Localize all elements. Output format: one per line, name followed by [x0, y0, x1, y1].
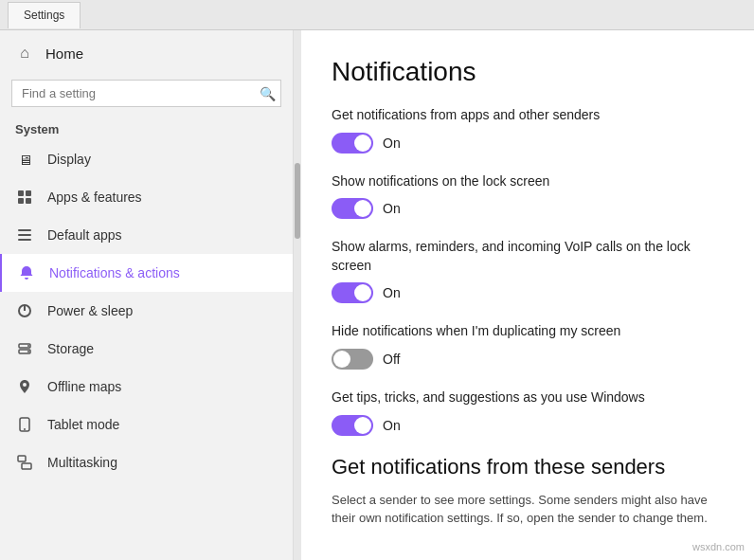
- svg-point-14: [24, 428, 26, 430]
- sidebar-item-apps-features-label: Apps & features: [47, 190, 142, 205]
- toggle-notif-alarms[interactable]: [332, 282, 373, 303]
- svg-rect-0: [18, 190, 24, 196]
- settings-tab-label: Settings: [24, 9, 64, 22]
- setting-notif-hide: Hide notifications when I'm duplicating …: [332, 322, 724, 370]
- sidebar-item-display[interactable]: 🖥 Display: [0, 140, 293, 178]
- setting-notif-lock-toggle-row: On: [332, 198, 724, 219]
- main-layout: ⌂ Home 🔍 System 🖥 Display Apps & feature…: [0, 30, 754, 560]
- sidebar-item-power-sleep[interactable]: Power & sleep: [0, 292, 293, 330]
- sidebar-scrollbar-thumb[interactable]: [295, 163, 300, 239]
- setting-notif-tips-toggle-row: On: [332, 415, 724, 436]
- toggle-notif-hide[interactable]: [332, 349, 373, 370]
- setting-notif-tips: Get tips, tricks, and suggestions as you…: [332, 388, 724, 436]
- setting-notif-hide-label: Hide notifications when I'm duplicating …: [332, 322, 724, 341]
- svg-rect-4: [18, 229, 31, 231]
- svg-rect-5: [18, 234, 31, 236]
- sidebar-item-default-apps[interactable]: Default apps: [0, 216, 293, 254]
- svg-point-11: [27, 345, 29, 347]
- toggle-notif-lock[interactable]: [332, 198, 373, 219]
- setting-notif-lock-label: Show notifications on the lock screen: [332, 172, 724, 191]
- sidebar-scrollbar: [294, 30, 301, 560]
- sidebar-item-default-apps-label: Default apps: [47, 227, 122, 243]
- search-input[interactable]: [11, 80, 281, 107]
- page-title: Notifications: [332, 57, 724, 87]
- home-icon: ⌂: [15, 44, 34, 63]
- svg-rect-2: [18, 198, 24, 204]
- sidebar-item-apps-features[interactable]: Apps & features: [0, 178, 293, 216]
- toggle-notif-tips-text: On: [383, 418, 401, 433]
- setting-notif-alarms-label: Show alarms, reminders, and incoming VoI…: [332, 238, 724, 275]
- apps-features-icon: [15, 188, 34, 207]
- offline-maps-icon: [15, 377, 34, 396]
- senders-section-desc: Select a sender to see more settings. So…: [332, 491, 724, 528]
- setting-notif-apps-toggle-row: On: [332, 133, 724, 154]
- sidebar-item-tablet-mode-label: Tablet mode: [47, 417, 119, 432]
- sidebar-item-notifications-actions[interactable]: Notifications & actions: [0, 254, 293, 292]
- svg-rect-3: [26, 198, 31, 204]
- system-section-label: System: [0, 115, 293, 140]
- watermark: wsxdn.com: [692, 541, 745, 552]
- sidebar-item-power-sleep-label: Power & sleep: [47, 303, 133, 318]
- sidebar-item-storage-label: Storage: [47, 341, 94, 356]
- tablet-mode-icon: [15, 415, 34, 434]
- power-sleep-icon: [15, 301, 34, 320]
- sidebar-item-storage[interactable]: Storage: [0, 330, 293, 368]
- sidebar-item-display-label: Display: [47, 152, 91, 167]
- sidebar-item-tablet-mode[interactable]: Tablet mode: [0, 406, 293, 443]
- setting-notif-alarms-toggle-row: On: [332, 282, 724, 303]
- setting-notif-hide-toggle-row: Off: [332, 349, 724, 370]
- toggle-notif-lock-knob: [354, 200, 371, 217]
- toggle-notif-alarms-text: On: [383, 285, 401, 300]
- toggle-notif-lock-text: On: [383, 201, 401, 216]
- toggle-notif-tips[interactable]: [332, 415, 373, 436]
- display-icon: 🖥: [15, 150, 34, 169]
- toggle-notif-hide-text: Off: [383, 352, 400, 367]
- sidebar-item-offline-maps-label: Offline maps: [47, 379, 121, 394]
- home-label: Home: [45, 45, 83, 62]
- setting-notif-apps-label: Get notifications from apps and other se…: [332, 106, 724, 125]
- setting-notif-alarms: Show alarms, reminders, and incoming VoI…: [332, 238, 724, 303]
- multitasking-icon: [15, 453, 34, 472]
- senders-section-title: Get notifications from these senders: [332, 455, 724, 479]
- toggle-notif-alarms-knob: [354, 284, 371, 301]
- setting-notif-lock: Show notifications on the lock screen On: [332, 172, 724, 220]
- toggle-notif-apps[interactable]: [332, 133, 373, 154]
- toggle-notif-hide-knob: [333, 351, 350, 368]
- sidebar: ⌂ Home 🔍 System 🖥 Display Apps & feature…: [0, 30, 294, 560]
- default-apps-icon: [15, 226, 34, 244]
- notifications-icon: [17, 263, 36, 282]
- toggle-notif-tips-knob: [354, 417, 371, 434]
- svg-rect-1: [26, 190, 31, 196]
- svg-rect-15: [18, 456, 26, 461]
- sidebar-item-notifications-label: Notifications & actions: [49, 265, 180, 280]
- sidebar-item-multitasking-label: Multitasking: [47, 455, 117, 470]
- svg-rect-6: [18, 239, 31, 241]
- svg-point-12: [27, 351, 29, 352]
- sidebar-item-multitasking[interactable]: Multitasking: [0, 443, 293, 481]
- search-icon-button[interactable]: 🔍: [260, 86, 276, 101]
- search-box: 🔍: [11, 80, 281, 107]
- content-area: Notifications Get notifications from app…: [301, 30, 754, 560]
- toggle-notif-apps-text: On: [383, 135, 401, 151]
- top-bar: Settings: [0, 0, 754, 30]
- setting-notif-tips-label: Get tips, tricks, and suggestions as you…: [332, 388, 724, 407]
- svg-rect-16: [22, 463, 31, 469]
- storage-icon: [15, 339, 34, 358]
- toggle-notif-apps-knob: [354, 135, 371, 152]
- settings-tab[interactable]: Settings: [8, 2, 81, 28]
- setting-notif-apps: Get notifications from apps and other se…: [332, 106, 724, 154]
- home-item[interactable]: ⌂ Home: [0, 30, 293, 76]
- sidebar-item-offline-maps[interactable]: Offline maps: [0, 368, 293, 406]
